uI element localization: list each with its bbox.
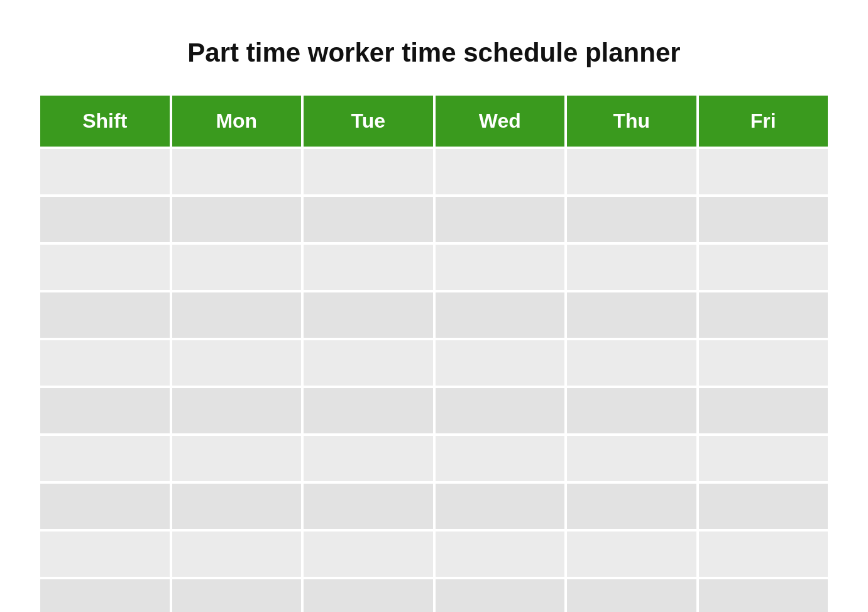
table-cell[interactable] xyxy=(304,340,433,386)
table-cell[interactable] xyxy=(40,531,170,577)
table-cell[interactable] xyxy=(172,531,302,577)
header-fri: Fri xyxy=(699,96,828,147)
table-cell[interactable] xyxy=(172,340,302,386)
table-row[interactable] xyxy=(40,292,828,338)
table-cell[interactable] xyxy=(567,388,696,433)
table-cell[interactable] xyxy=(40,292,170,338)
table-cell[interactable] xyxy=(567,340,696,386)
table-cell[interactable] xyxy=(304,436,433,481)
table-row[interactable] xyxy=(40,436,828,481)
table-row[interactable] xyxy=(40,197,828,242)
table-row[interactable] xyxy=(40,149,828,194)
table-cell[interactable] xyxy=(567,197,696,242)
table-cell[interactable] xyxy=(699,531,828,577)
table-cell[interactable] xyxy=(567,579,696,612)
table-cell[interactable] xyxy=(304,531,433,577)
table-cell[interactable] xyxy=(699,197,828,242)
table-cell[interactable] xyxy=(40,388,170,433)
header-tue: Tue xyxy=(304,96,433,147)
table-cell[interactable] xyxy=(699,388,828,433)
table-cell[interactable] xyxy=(172,484,302,529)
table-cell[interactable] xyxy=(40,340,170,386)
table-cell[interactable] xyxy=(172,436,302,481)
table-cell[interactable] xyxy=(699,149,828,194)
table-cell[interactable] xyxy=(40,484,170,529)
table-row[interactable] xyxy=(40,245,828,290)
table-cell[interactable] xyxy=(304,292,433,338)
table-cell[interactable] xyxy=(567,245,696,290)
table-cell[interactable] xyxy=(172,149,302,194)
table-header-row: Shift Mon Tue Wed Thu Fri xyxy=(40,96,828,147)
table-cell[interactable] xyxy=(40,579,170,612)
table-cell[interactable] xyxy=(699,340,828,386)
table-cell[interactable] xyxy=(567,436,696,481)
table-cell[interactable] xyxy=(172,388,302,433)
table-cell[interactable] xyxy=(436,245,565,290)
table-row[interactable] xyxy=(40,531,828,577)
schedule-table: Shift Mon Tue Wed Thu Fri xyxy=(38,93,830,612)
table-cell[interactable] xyxy=(304,579,433,612)
table-cell[interactable] xyxy=(40,245,170,290)
table-cell[interactable] xyxy=(304,197,433,242)
table-cell[interactable] xyxy=(436,292,565,338)
table-cell[interactable] xyxy=(567,531,696,577)
table-cell[interactable] xyxy=(436,197,565,242)
header-shift: Shift xyxy=(40,96,170,147)
table-cell[interactable] xyxy=(699,579,828,612)
table-cell[interactable] xyxy=(40,197,170,242)
table-row[interactable] xyxy=(40,340,828,386)
table-row[interactable] xyxy=(40,388,828,433)
table-cell[interactable] xyxy=(567,292,696,338)
table-cell[interactable] xyxy=(699,292,828,338)
table-cell[interactable] xyxy=(172,197,302,242)
table-cell[interactable] xyxy=(699,436,828,481)
table-cell[interactable] xyxy=(567,484,696,529)
table-cell[interactable] xyxy=(304,484,433,529)
table-cell[interactable] xyxy=(172,579,302,612)
table-cell[interactable] xyxy=(436,579,565,612)
table-cell[interactable] xyxy=(304,245,433,290)
table-cell[interactable] xyxy=(172,292,302,338)
table-row[interactable] xyxy=(40,484,828,529)
table-row[interactable] xyxy=(40,579,828,612)
table-cell[interactable] xyxy=(304,149,433,194)
table-cell[interactable] xyxy=(40,436,170,481)
table-cell[interactable] xyxy=(699,484,828,529)
page-title: Part time worker time schedule planner xyxy=(187,38,680,68)
table-cell[interactable] xyxy=(436,484,565,529)
table-cell[interactable] xyxy=(436,436,565,481)
header-thu: Thu xyxy=(567,96,696,147)
table-cell[interactable] xyxy=(699,245,828,290)
table-cell[interactable] xyxy=(436,531,565,577)
table-cell[interactable] xyxy=(304,388,433,433)
table-cell[interactable] xyxy=(172,245,302,290)
table-cell[interactable] xyxy=(567,149,696,194)
table-cell[interactable] xyxy=(40,149,170,194)
table-cell[interactable] xyxy=(436,340,565,386)
table-cell[interactable] xyxy=(436,388,565,433)
header-wed: Wed xyxy=(436,96,565,147)
header-mon: Mon xyxy=(172,96,302,147)
table-cell[interactable] xyxy=(436,149,565,194)
